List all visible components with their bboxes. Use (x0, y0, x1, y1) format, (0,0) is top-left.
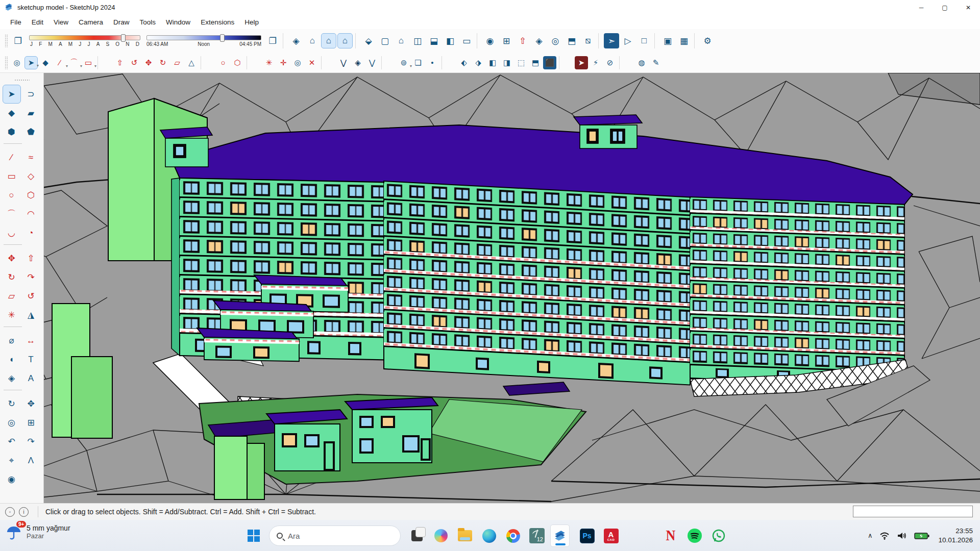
move-tool[interactable]: ✥ (3, 249, 21, 268)
orbit-tool[interactable]: ↻ (3, 394, 21, 413)
light-bulb-icon[interactable]: ◍ (635, 56, 648, 69)
next-view-tool[interactable]: ↷ (22, 432, 40, 451)
close-button[interactable]: ✕ (957, 0, 980, 15)
lumion-button[interactable]: 12 (527, 526, 547, 545)
shadow-time-slider[interactable]: 06:43 AM Noon 04:45 PM (146, 35, 261, 47)
quick-tool-icon[interactable]: ⚡ (589, 56, 602, 69)
toolbar-grip[interactable] (5, 56, 8, 69)
sandbox-from-contours-icon[interactable]: ◉ (482, 33, 498, 48)
view-bottom-icon[interactable]: ▭ (459, 33, 474, 48)
sketchup-button[interactable] (550, 524, 570, 547)
view-iso-icon[interactable]: ⬙ (361, 33, 376, 48)
time-slider-track[interactable] (146, 35, 261, 40)
move-icon[interactable]: ✥ (142, 56, 155, 69)
battery-icon[interactable] (914, 532, 929, 540)
weather-widget[interactable]: 9+ 5 mm yağmur Pazar (6, 524, 70, 540)
section-plane-tool[interactable]: ◈ (3, 369, 21, 388)
toolbar-grip[interactable] (5, 34, 8, 47)
polygon-icon[interactable]: ⬡ (231, 56, 244, 69)
circle-icon[interactable]: ○ (216, 56, 230, 69)
axes-icon[interactable]: ✳ (262, 56, 276, 69)
maximize-button[interactable]: ▢ (933, 0, 957, 15)
info-icon[interactable]: i (19, 507, 29, 517)
look-around-tool[interactable]: ◉ (3, 470, 21, 489)
rotated-rectangle-tool[interactable]: ◇ (22, 167, 40, 186)
pie-tool[interactable]: ◔ (22, 223, 40, 242)
offset-tool[interactable]: ↺ (22, 287, 40, 306)
add-person-icon[interactable]: ⊚ (397, 56, 410, 69)
view-left-icon[interactable]: ◧ (443, 33, 458, 48)
viewport-canvas[interactable] (0, 73, 980, 503)
utc-section-icon[interactable]: ◈ (288, 33, 304, 48)
taskbar-clock[interactable]: 23:55 10.01.2026 (938, 527, 973, 544)
shadow-date-slider[interactable]: JFMAMJJASOND (29, 35, 140, 47)
protractor-tool[interactable]: ◖ (3, 350, 21, 369)
menu-item[interactable]: Extensions (195, 16, 239, 28)
cone-icon[interactable]: △ (185, 56, 198, 69)
eraser-tool[interactable]: ▰ (22, 104, 40, 122)
autocad-button[interactable]: A CAD (601, 526, 621, 545)
green-foreground-boxes[interactable] (214, 436, 264, 499)
layers-box-icon[interactable]: ◈ (351, 56, 364, 69)
add-point-icon[interactable]: • (426, 56, 439, 69)
scale-icon[interactable]: ▱ (170, 56, 184, 69)
export-animation-icon[interactable]: ▦ (676, 33, 692, 48)
two-point-arc-tool[interactable]: ◠ (22, 205, 40, 223)
pan-tool[interactable]: ✥ (22, 394, 40, 413)
flip-tool[interactable]: ◮ (22, 306, 40, 324)
select-special-icon[interactable]: ➤ (575, 56, 588, 69)
rooftop-box-center[interactable] (574, 115, 642, 148)
axes-tool[interactable]: ✳ (3, 306, 21, 324)
small-house-left[interactable] (266, 410, 347, 471)
sandbox-flip-edge-icon[interactable]: ⧅ (580, 33, 596, 48)
date-slider-track[interactable] (29, 35, 140, 40)
solid-active-icon[interactable]: ⬛ (543, 56, 556, 69)
stop-animation-icon[interactable]: □ (636, 33, 652, 48)
shadows-toggle-icon[interactable]: ⌂ (305, 33, 320, 48)
building-center-block[interactable] (384, 181, 690, 385)
polygon-tool[interactable]: ⬡ (22, 186, 40, 205)
offset-icon[interactable]: ↺ (128, 56, 141, 69)
start-button[interactable] (244, 526, 263, 545)
guide-pins-icon[interactable]: ✛ (277, 56, 290, 69)
sandbox-drape-icon[interactable]: ◎ (548, 33, 563, 48)
solid-trim-icon[interactable]: ◨ (500, 56, 513, 69)
solid-split-icon[interactable]: ⬚ (514, 56, 528, 69)
zoom-window-icon[interactable]: ◎ (291, 56, 304, 69)
arc-tool[interactable]: ⌒ (3, 205, 21, 223)
whatsapp-button[interactable] (709, 526, 728, 545)
sandbox-add-detail-icon[interactable]: ⬒ (564, 33, 579, 48)
dimension-tool[interactable]: ↔ (22, 331, 40, 350)
disable-tool-icon[interactable]: ⊘ (603, 56, 617, 69)
wifi-icon[interactable] (879, 532, 890, 540)
minimize-button[interactable]: ─ (910, 0, 933, 15)
chrome-button[interactable] (503, 526, 523, 545)
task-view-button[interactable] (407, 526, 427, 545)
play-animation-icon[interactable]: ▷ (620, 33, 635, 48)
walk-tool[interactable]: Λ (22, 451, 40, 470)
solid-union-icon[interactable]: ⬖ (457, 56, 471, 69)
arc-icon[interactable]: ⌒ (67, 56, 81, 69)
shadows-on-faces-icon[interactable]: ⌂ (321, 33, 336, 48)
sandbox-from-scratch-icon[interactable]: ⊞ (499, 33, 514, 48)
zoom-tool-icon[interactable]: ◎ (10, 56, 23, 69)
tape-measure-tool[interactable]: ⌀ (3, 331, 21, 350)
record-scene-icon[interactable]: ▣ (660, 33, 675, 48)
erase-guides-icon[interactable]: ✕ (305, 56, 318, 69)
line-icon[interactable]: ∕ (53, 56, 66, 69)
menu-item[interactable]: Tools (135, 16, 161, 28)
view-back-icon[interactable]: ⬓ (426, 33, 442, 48)
select-tool[interactable]: ➤ (3, 85, 21, 104)
date-slider-handle[interactable] (121, 34, 126, 42)
building-right-wing[interactable] (690, 197, 904, 386)
copilot-button[interactable] (431, 526, 451, 545)
components-tool[interactable]: ⬢ (3, 122, 21, 141)
sandbox-smoove-icon[interactable]: ⇧ (515, 33, 530, 48)
view-front-icon[interactable]: ⌂ (394, 33, 409, 48)
menu-item[interactable]: Draw (108, 16, 135, 28)
tray-expand-icon[interactable]: ∧ (868, 532, 873, 539)
rectangle-icon[interactable]: ▭ (82, 56, 95, 69)
three-d-text-tool[interactable]: A (22, 369, 40, 388)
rotate-tool[interactable]: ↻ (3, 268, 21, 287)
shadows-dialog-icon[interactable]: ❐ (265, 33, 280, 48)
